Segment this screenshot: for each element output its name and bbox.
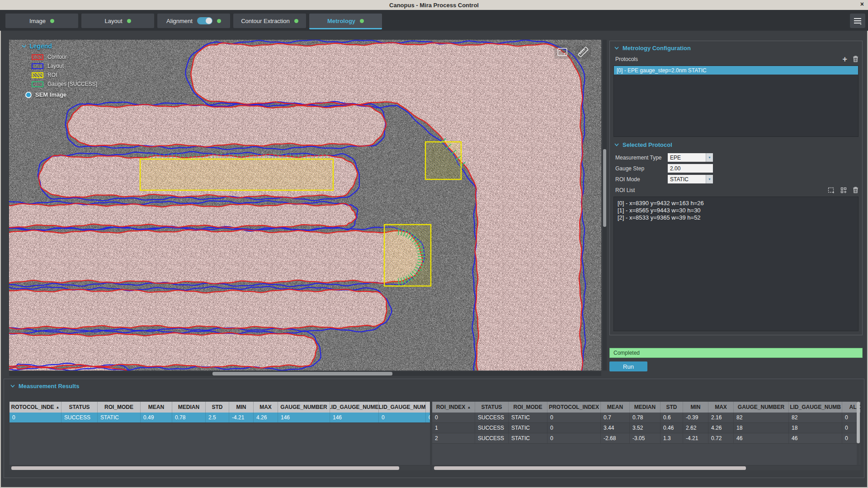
add-roi-rectangle-button[interactable] <box>828 187 835 193</box>
table-cell: 0 <box>547 423 601 433</box>
close-window-button[interactable]: × <box>860 0 864 8</box>
column-header[interactable]: MEAN <box>141 402 172 413</box>
run-status-bar: Completed <box>609 348 863 358</box>
roi-list-item[interactable]: [1] - x=8565 y=9443 w=30 h=30 <box>618 207 854 214</box>
column-header[interactable]: ROI_MODE <box>98 402 141 413</box>
tab-label: Alignment <box>166 18 193 24</box>
chevron-down-icon[interactable] <box>10 385 15 388</box>
column-header[interactable]: A <box>426 402 430 413</box>
status-dot-green <box>360 19 364 23</box>
table-cell: 0 <box>547 433 601 443</box>
tab-image[interactable]: Image <box>5 14 78 28</box>
column-header[interactable]: STD <box>206 402 229 413</box>
tab-alignment[interactable]: Alignment <box>157 14 230 28</box>
column-header[interactable]: MAX <box>708 402 734 413</box>
add-protocol-button[interactable]: + <box>842 56 847 62</box>
column-header[interactable]: STATUS <box>61 402 98 413</box>
column-header[interactable]: MEDIAN <box>172 402 206 413</box>
table-cell: STATIC <box>509 413 547 422</box>
delete-roi-button trash-icon[interactable] <box>853 187 859 193</box>
column-header[interactable]: MEAN <box>601 402 630 413</box>
roi-list-item[interactable]: [2] - x=8533 y=9365 w=39 h=52 <box>618 214 854 221</box>
column-header[interactable]: LID_GAUGE_NUMB <box>789 402 842 413</box>
tab-layout[interactable]: Layout <box>81 14 154 28</box>
scrollbar-thumb[interactable] <box>434 466 746 470</box>
sem-image-viewer: Legend Contour Layout ROI Gauges [SUCCES… <box>9 40 601 371</box>
chevron-down-icon[interactable] <box>614 47 619 50</box>
sem-image-canvas[interactable] <box>9 40 601 371</box>
roi-table-horizontal-scrollbar[interactable] <box>432 466 860 470</box>
scrollbar-thumb[interactable] <box>11 466 399 470</box>
legend-item-sem-image[interactable]: SEM Image <box>25 91 97 98</box>
column-header[interactable]: MEDIAN <box>630 402 660 413</box>
gauge-step-input[interactable]: 2.00 <box>668 164 713 173</box>
tab-metrology[interactable]: Metrology <box>309 14 382 29</box>
legend-label: Gauges [SUCCESS] <box>47 81 97 87</box>
add-roi-grid-button[interactable] <box>840 187 847 193</box>
column-header[interactable]: ROI_MODE <box>509 402 547 413</box>
status-dot-green <box>217 19 221 23</box>
status-dot-green <box>294 19 298 23</box>
run-button[interactable]: Run <box>609 361 647 371</box>
table-row[interactable]: 0SUCCESSSTATIC00.70.780.6-0.392.1682820 <box>432 413 860 423</box>
radio-selected-icon[interactable] <box>25 92 32 98</box>
table-cell: 3.52 <box>630 423 660 433</box>
status-dot-green <box>127 19 131 23</box>
roi-swatch-icon <box>32 72 43 78</box>
column-header[interactable]: GAUGE_NUMBER <box>278 402 330 413</box>
delete-protocol-button trash-icon[interactable] <box>853 56 859 62</box>
column-header[interactable]: LID_GAUGE_NUM <box>379 402 426 413</box>
measure-ruler-button[interactable] <box>575 45 591 59</box>
protocol-table-horizontal-scrollbar[interactable] <box>9 466 430 470</box>
select-value: STATIC <box>670 176 689 183</box>
table-cell: 2.62 <box>683 423 708 433</box>
column-header[interactable]: MIN <box>683 402 708 413</box>
table-row[interactable]: 2SUCCESSSTATIC0-2.68-3.051.3-4.210.72464… <box>432 433 860 444</box>
table-row[interactable]: 1SUCCESSSTATIC03.443.520.462.624.2618180 <box>432 423 860 433</box>
viewer-toolbar <box>554 45 591 59</box>
alignment-toggle[interactable] <box>197 17 212 24</box>
legend-item-roi: ROI <box>32 72 97 78</box>
table-row[interactable]: 0SUCCESSSTATIC0.490.782.5-4.214.26146146… <box>9 413 430 423</box>
table-cell: 18 <box>734 423 789 433</box>
table-cell: 0.46 <box>660 423 683 433</box>
column-header[interactable]: STD <box>660 402 683 413</box>
column-header[interactable]: PROTOCOL_INDEX <box>547 402 601 413</box>
fit-view-button[interactable] <box>554 45 571 59</box>
scrollbar-thumb[interactable] <box>212 372 392 375</box>
viewer-horizontal-scrollbar[interactable] <box>9 371 601 376</box>
measurement-type-select[interactable]: EPE ▼ <box>668 153 713 162</box>
table-cell: STATIC <box>509 423 547 433</box>
legend-label: SEM Image <box>35 91 66 98</box>
table-cell: -0.39 <box>683 413 708 422</box>
column-header[interactable]: ROI_INDEX▲ <box>432 402 475 413</box>
column-header[interactable]: MIN <box>229 402 254 413</box>
chevron-down-icon[interactable] <box>22 45 26 48</box>
legend-label: ROI <box>47 72 57 78</box>
section-title: Selected Protocol <box>623 141 672 148</box>
column-header[interactable]: GAUGE_NUMBER <box>734 402 789 413</box>
table-cell: 4.26 <box>254 413 278 422</box>
column-header[interactable]: MAX <box>254 402 278 413</box>
roi-table-vertical-scrollbar[interactable] <box>857 402 860 465</box>
table-cell: 0.72 <box>708 433 734 443</box>
measurement-results-panel: Measurement Results ROTOCOL_INDE▲STATUSR… <box>4 379 864 478</box>
table-cell: 46 <box>734 433 789 443</box>
roi-list-box[interactable]: [0] - x=8390 y=9432 w=163 h=26[1] - x=85… <box>613 197 859 331</box>
tab-contour-extraction[interactable]: Contour Extraction <box>233 14 306 28</box>
viewer-vertical-scrollbar[interactable] <box>603 40 607 371</box>
table-cell: 0 <box>426 413 430 422</box>
column-header[interactable]: .ID_GAUGE_NUME <box>330 402 379 413</box>
legend-overlay: Legend Contour Layout ROI Gauges [SUCCES… <box>22 42 97 98</box>
column-header[interactable]: STATUS <box>475 402 509 413</box>
roi-list-item[interactable]: [0] - x=8390 y=9432 w=163 h=26 <box>618 200 854 207</box>
table-cell: 0.49 <box>141 413 172 422</box>
scrollbar-thumb[interactable] <box>857 402 860 443</box>
protocol-item-selected[interactable]: [0] - EPE gauge_step=2.0nm STATIC <box>614 66 858 75</box>
chevron-down-icon[interactable] <box>614 143 619 146</box>
scrollbar-thumb[interactable] <box>603 149 606 227</box>
column-header[interactable]: ROTOCOL_INDE▲ <box>9 402 61 413</box>
roi-mode-select[interactable]: STATIC ▼ <box>668 175 713 183</box>
table-cell: 0 <box>379 413 426 422</box>
hamburger-menu-button[interactable] <box>850 14 865 28</box>
